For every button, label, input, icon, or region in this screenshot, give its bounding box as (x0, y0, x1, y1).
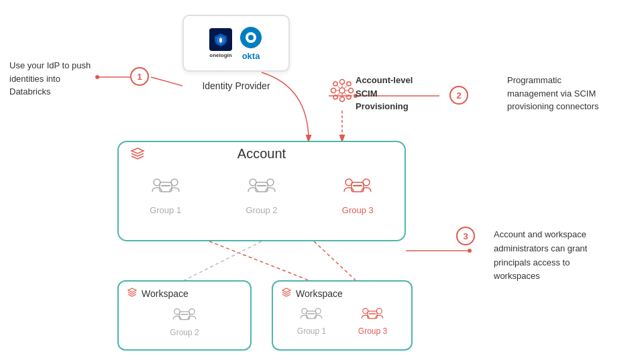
svg-line-8 (314, 241, 356, 280)
step3-line1: Account and workspace (494, 229, 586, 239)
account-group-3: Group 3 (342, 173, 374, 215)
left-text-line1: Use your IdP to push (9, 60, 91, 70)
svg-rect-40 (353, 185, 362, 186)
onelogin-text: onelogin (209, 52, 231, 58)
group-2-icon (246, 173, 277, 202)
step-3-label: 3 (463, 231, 468, 241)
svg-point-18 (349, 88, 354, 93)
onelogin-logo: onelogin (209, 28, 232, 58)
prog-text-line2: management via SCIM (507, 88, 596, 99)
step-3-circle: 3 (456, 227, 475, 245)
prog-text-line1: Programmatic (507, 75, 561, 85)
okta-logo: okta (239, 25, 263, 61)
svg-point-15 (340, 80, 345, 84)
left-description: Use your IdP to push identities into Dat… (9, 59, 91, 99)
left-text-line3: Databricks (9, 86, 50, 97)
svg-point-50 (316, 308, 321, 314)
onelogin-shield (209, 28, 232, 51)
step-2-label: 2 (456, 90, 461, 101)
programmatic-text: Programmatic management via SCIM provisi… (507, 74, 635, 113)
svg-point-17 (331, 88, 336, 93)
workspace-2-title: Workspace (296, 288, 343, 299)
workspace-2-groups: Group 1 Group 3 (273, 302, 411, 337)
svg-rect-36 (257, 185, 266, 186)
workspace-2-group-3: Group 3 (358, 304, 387, 336)
svg-point-38 (267, 179, 274, 186)
svg-line-7 (184, 241, 262, 280)
svg-line-28 (344, 86, 347, 88)
prog-text-line3: provisioning connectors (507, 101, 599, 111)
svg-point-19 (333, 82, 337, 86)
workspace-1-title-bar: Workspace (119, 282, 250, 302)
workspace-2-title-bar: Workspace (273, 282, 411, 302)
svg-point-21 (333, 95, 337, 99)
svg-point-42 (363, 179, 370, 186)
svg-point-54 (377, 308, 382, 314)
svg-rect-48 (308, 313, 315, 314)
group-1-icon (150, 173, 181, 202)
svg-line-27 (337, 86, 340, 88)
scim-label: Account-levelSCIMProvisioning (356, 74, 413, 113)
account-title: Account (117, 146, 406, 162)
idp-label: Identity Provider (182, 80, 290, 91)
workspace-1-layers-icon (127, 287, 138, 300)
svg-point-9 (468, 249, 472, 253)
step-1-circle: 1 (130, 67, 149, 86)
account-group-2: Group 2 (246, 173, 278, 215)
step3-line4: workspaces (494, 271, 540, 281)
svg-point-53 (363, 308, 368, 314)
okta-text: okta (242, 51, 260, 61)
left-text-line2: identities into (9, 74, 60, 84)
svg-line-6 (209, 241, 309, 280)
workspace-2-layers-icon (281, 287, 292, 300)
svg-point-22 (347, 95, 351, 99)
svg-point-16 (340, 97, 345, 102)
diagram-container: onelogin okta Identity Provider Use your… (0, 0, 644, 362)
svg-point-41 (345, 179, 352, 186)
workspace-1-title: Workspace (142, 288, 189, 299)
svg-point-37 (250, 179, 256, 186)
svg-point-2 (95, 75, 99, 79)
svg-point-20 (347, 82, 351, 86)
step3-line3: principals access to (494, 257, 570, 267)
account-group-1-label: Group 1 (150, 205, 181, 215)
step3-line2: administrators can grant (494, 243, 587, 253)
svg-line-30 (344, 93, 347, 95)
svg-point-13 (248, 35, 254, 40)
svg-point-46 (189, 309, 195, 314)
group-3-icon (342, 173, 373, 202)
account-group-1: Group 1 (150, 173, 181, 215)
svg-point-49 (302, 308, 307, 314)
scim-icon (329, 77, 356, 107)
step-1-label: 1 (137, 72, 142, 82)
workspace-2-group-1-label: Group 1 (297, 326, 326, 336)
step-2-circle: 2 (449, 86, 468, 105)
svg-point-14 (339, 88, 345, 93)
svg-line-0 (151, 77, 182, 86)
step-3-description: Account and workspace administrators can… (494, 228, 635, 284)
svg-rect-32 (161, 185, 170, 186)
svg-line-29 (337, 93, 340, 95)
account-group-3-label: Group 3 (342, 205, 374, 215)
svg-point-34 (171, 179, 178, 186)
idp-box: onelogin okta (182, 15, 290, 72)
workspace-2-group-3-label: Group 3 (358, 326, 387, 336)
okta-icon (239, 25, 263, 50)
account-group-2-label: Group 2 (246, 205, 278, 215)
svg-rect-52 (369, 313, 376, 314)
workspace-box-2: Workspace Group 1 (272, 280, 413, 351)
svg-rect-44 (180, 314, 189, 315)
workspace-2-group-1: Group 1 (297, 304, 326, 336)
workspace-1-group-2: Group 2 (170, 304, 199, 337)
workspace-1-groups: Group 2 (119, 302, 250, 339)
workspace-box-1: Workspace Group 2 (117, 280, 252, 351)
svg-point-33 (154, 179, 160, 186)
account-groups: Group 1 Group 2 (117, 173, 406, 215)
svg-point-45 (174, 309, 180, 314)
workspace-1-group-2-label: Group 2 (170, 328, 199, 337)
